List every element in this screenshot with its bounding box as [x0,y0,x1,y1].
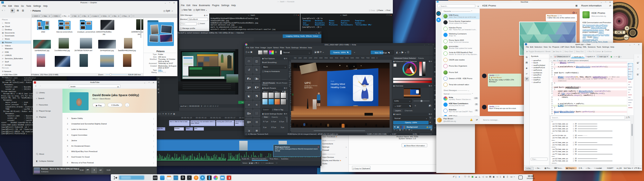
svg-text:14: 14 [626,27,628,30]
svg-text:2023: 2023 [624,36,629,39]
svg-text:OCT: OCT [617,31,623,34]
